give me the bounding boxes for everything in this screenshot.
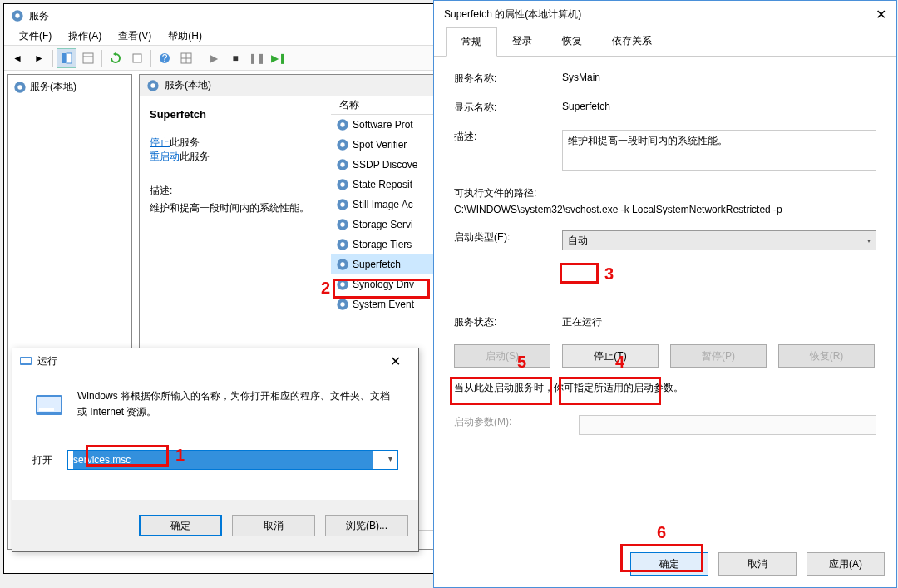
svg-point-19: [340, 142, 344, 146]
ok-button[interactable]: 确定: [139, 515, 222, 536]
separator: [150, 50, 151, 67]
description-textarea[interactable]: 维护和提高一段时间内的系统性能。: [562, 130, 876, 171]
separator: [101, 50, 102, 67]
svg-rect-40: [39, 408, 54, 411]
list-item-label: Still Image Ac: [353, 199, 413, 210]
service-name-label: 服务名称:: [454, 72, 562, 86]
svg-rect-6: [133, 54, 141, 62]
startup-type-select[interactable]: 自动 ▾: [562, 230, 876, 250]
start-button: 启动(S): [454, 344, 550, 368]
gear-icon: [336, 258, 349, 271]
svg-point-25: [340, 202, 344, 206]
pause-button: 暂停(P): [670, 344, 767, 368]
play-button[interactable]: ▶: [204, 48, 224, 68]
show-hide-button[interactable]: [57, 48, 76, 68]
main-header-label: 服务(本地): [165, 78, 211, 92]
gear-icon: [336, 178, 349, 191]
apply-button[interactable]: 应用(A): [807, 552, 885, 576]
cancel-button[interactable]: 取消: [232, 515, 315, 536]
browse-button[interactable]: 浏览(B)...: [325, 515, 408, 536]
svg-point-13: [17, 85, 22, 89]
desc-label: 描述:: [150, 184, 321, 198]
tab-logon[interactable]: 登录: [497, 27, 547, 56]
tab-recovery[interactable]: 恢复: [547, 27, 597, 56]
display-name-value: Superfetch: [562, 101, 876, 115]
svg-point-17: [340, 122, 344, 126]
svg-rect-4: [83, 53, 93, 63]
menu-action[interactable]: 操作(A): [60, 27, 110, 45]
svg-rect-37: [21, 358, 31, 363]
run-icon-small: [19, 354, 32, 368]
restart-link[interactable]: 重启动: [150, 151, 180, 162]
menu-help[interactable]: 帮助(H): [160, 27, 210, 45]
chevron-down-icon: ▾: [867, 237, 871, 245]
close-button[interactable]: ✕: [378, 353, 412, 369]
stop-link[interactable]: 停止: [150, 136, 170, 148]
refresh-button[interactable]: [106, 48, 126, 68]
svg-point-15: [150, 83, 155, 87]
gear-icon: [13, 81, 27, 94]
help-button[interactable]: ?: [155, 48, 175, 68]
grid-button[interactable]: [176, 48, 196, 68]
cancel-button[interactable]: 取消: [718, 552, 797, 576]
list-item-label: Storage Tiers: [353, 239, 412, 250]
stop-button[interactable]: 停止(T): [562, 344, 659, 368]
ok-button[interactable]: 确定: [630, 552, 708, 576]
startup-type-label: 启动类型(E):: [454, 230, 562, 250]
stop-button[interactable]: ■: [225, 48, 245, 68]
separator: [200, 50, 200, 67]
separator: [52, 50, 53, 67]
exe-path-label: 可执行文件的路径:: [454, 186, 876, 200]
gear-icon: [146, 79, 160, 92]
gear-icon: [336, 218, 349, 231]
run-input-wrapper[interactable]: ▾: [67, 450, 398, 470]
close-button[interactable]: ✕: [876, 7, 886, 22]
list-item-label: Synology Driv: [353, 279, 414, 290]
start-params-label: 启动参数(M):: [454, 415, 579, 435]
gear-icon: [336, 118, 349, 131]
run-input[interactable]: [73, 451, 373, 469]
list-item-label: Storage Servi: [353, 219, 413, 230]
open-label: 打开: [32, 453, 52, 467]
tab-dependencies[interactable]: 依存关系: [597, 27, 667, 56]
list-item-label: Superfetch: [353, 259, 401, 270]
properties-title: Superfetch 的属性(本地计算机): [444, 7, 581, 22]
menu-file[interactable]: 文件(F): [11, 27, 60, 45]
svg-text:?: ?: [162, 52, 168, 64]
restart-button[interactable]: ▶❚: [269, 48, 289, 68]
svg-point-31: [340, 262, 344, 266]
chevron-down-icon[interactable]: ▾: [388, 454, 392, 463]
svg-point-21: [340, 162, 344, 166]
run-icon: [32, 388, 66, 422]
gear-icon: [336, 238, 349, 251]
tree-item-local[interactable]: 服务(本地): [12, 78, 128, 96]
properties-dialog: Superfetch 的属性(本地计算机) ✕ 常规 登录 恢复 依存关系 服务…: [433, 0, 897, 588]
properties-titlebar: Superfetch 的属性(本地计算机) ✕: [434, 1, 896, 27]
back-button[interactable]: ◄: [7, 48, 27, 68]
gear-icon: [336, 298, 349, 311]
run-title: 运行: [37, 354, 57, 368]
service-name-value: SysMain: [562, 72, 876, 86]
start-params-input: [579, 415, 876, 435]
tree-label: 服务(本地): [30, 80, 76, 94]
gear-icon: [11, 9, 24, 22]
menu-view[interactable]: 查看(V): [110, 27, 160, 45]
restart-suffix: 此服务: [180, 151, 210, 162]
pause-button[interactable]: ❚❚: [247, 48, 267, 68]
gear-icon: [336, 138, 349, 151]
tab-general[interactable]: 常规: [446, 27, 497, 57]
detail-name: Superfetch: [150, 108, 321, 121]
exe-path-value: C:\WINDOWS\system32\svchost.exe -k Local…: [454, 204, 876, 215]
description-label: 描述:: [454, 130, 562, 171]
stop-suffix: 此服务: [170, 136, 200, 148]
properties-button[interactable]: [78, 48, 98, 68]
service-status-label: 服务状态:: [454, 315, 562, 329]
svg-rect-3: [67, 53, 72, 63]
forward-button[interactable]: ►: [29, 48, 49, 68]
list-item-label: State Reposit: [353, 179, 412, 190]
startup-type-value: 自动: [568, 234, 588, 248]
export-button[interactable]: [127, 48, 147, 68]
display-name-label: 显示名称:: [454, 101, 562, 115]
run-titlebar: 运行 ✕: [12, 348, 418, 373]
svg-point-1: [15, 13, 19, 17]
